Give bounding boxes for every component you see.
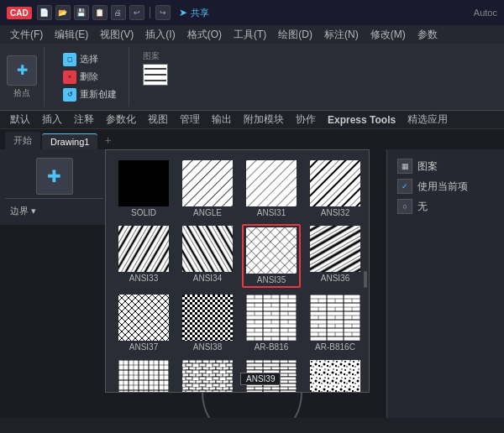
boundary-label: 边界 ▾: [10, 205, 36, 217]
tab-express-tools[interactable]: Express Tools: [323, 112, 401, 128]
svg-rect-15: [182, 226, 233, 272]
tab-manage[interactable]: 管理: [175, 111, 205, 128]
tab-new-btn[interactable]: +: [99, 131, 116, 149]
tab-start[interactable]: 开始: [5, 132, 40, 149]
tab-default[interactable]: 默认: [5, 111, 35, 128]
hatch-ansi31-preview: [246, 160, 297, 206]
share-label: 共享: [191, 7, 209, 19]
hatch-arb816[interactable]: AR-B816: [242, 293, 301, 353]
svg-rect-50: [246, 360, 297, 393]
hatch-arb88[interactable]: AR-B88: [114, 358, 173, 393]
pattern-section-label: 图案: [143, 50, 168, 62]
boundary-large-btn[interactable]: ✚: [36, 158, 73, 195]
recreate-btn[interactable]: ↺ 重新创建: [58, 86, 122, 103]
right-panel: ▦ 图案 ✓ 使用当前项 ○ 无: [386, 149, 504, 418]
tab-bar: 开始 Drawing1 +: [0, 129, 504, 149]
sep1: [150, 7, 150, 18]
svg-rect-19: [246, 227, 297, 274]
hatch-arb88-preview: [118, 360, 169, 393]
tab-drawing1[interactable]: Drawing1: [42, 133, 97, 149]
redo-icon[interactable]: ↪: [155, 5, 171, 20]
hatch-ansi38-preview: [182, 295, 233, 341]
hatch-ansi33[interactable]: ANSI33: [114, 224, 173, 288]
hatch-arb816-preview: [246, 295, 297, 341]
hatch-ansi37[interactable]: ANSI37: [114, 293, 173, 353]
menu-view[interactable]: 视图(V): [95, 26, 139, 44]
hatch-arb816c-label: AR-B816C: [315, 342, 355, 352]
tab-featured[interactable]: 精选应用: [402, 111, 453, 128]
pattern-preview[interactable]: [143, 64, 168, 86]
hatch-arbrelm-preview: [182, 360, 233, 393]
tab-output[interactable]: 输出: [207, 111, 237, 128]
boundary-btn[interactable]: 边界 ▾: [5, 202, 103, 220]
menu-edit[interactable]: 编辑(E): [50, 26, 93, 44]
hatch-ansi37-label: ANSI37: [129, 342, 158, 352]
menu-modify[interactable]: 修改(M): [365, 26, 411, 44]
use-current-icon: ✓: [397, 179, 412, 194]
hatch-angle-label: ANGLE: [193, 208, 222, 217]
hatch-ansi34-preview: [182, 226, 233, 272]
hatch-angle[interactable]: ANGLE: [178, 159, 237, 219]
title-bar: CAD 📄 📂 💾 📋 🖨 ↩ ↪ ➤ 共享 Autoc: [0, 0, 504, 25]
hatch-arbrelm[interactable]: AR-BRELM: [178, 358, 237, 393]
undo-icon[interactable]: ↩: [129, 5, 144, 20]
hatch-ansi35[interactable]: ANSI35: [242, 224, 301, 288]
menu-format[interactable]: 格式(O): [182, 26, 227, 44]
hatch-arbrstd[interactable]: AR-BRSTD: [242, 358, 301, 393]
use-current-label: 使用当前项: [417, 180, 468, 194]
select-btn[interactable]: ◻ 选择: [58, 51, 122, 68]
save2-icon[interactable]: 📋: [92, 5, 108, 20]
tab-insert[interactable]: 插入: [37, 111, 67, 128]
hatch-ansi34[interactable]: ANSI34: [178, 224, 237, 288]
share-section[interactable]: ➤ 共享: [179, 7, 209, 19]
svg-rect-44: [182, 360, 233, 393]
hatch-arconc-preview: [310, 360, 360, 393]
hatch-arconc[interactable]: AR-CONC: [306, 358, 365, 393]
hatch-arb816c[interactable]: AR-B816C: [306, 293, 365, 353]
tab-view[interactable]: 视图: [143, 111, 173, 128]
hatch-ansi35-label: ANSI35: [257, 275, 286, 284]
new-file-icon[interactable]: 📄: [37, 5, 52, 20]
open-icon[interactable]: 📂: [55, 5, 71, 20]
tab-addons[interactable]: 附加模块: [239, 111, 289, 128]
hatch-solid-label: SOLID: [131, 208, 156, 217]
svg-rect-40: [118, 360, 169, 393]
right-panel-none[interactable]: ○ 无: [394, 196, 497, 216]
hatch-ansi36-preview: [310, 226, 360, 272]
right-panel-title: 图案: [417, 159, 438, 174]
tab-annotate[interactable]: 注释: [69, 111, 99, 128]
hatch-ansi38[interactable]: ANSI38: [178, 293, 237, 353]
hatch-arbrstd-preview: [246, 360, 297, 393]
svg-rect-28: [182, 295, 233, 341]
hatch-ansi32[interactable]: ANSI32: [306, 159, 365, 219]
save-icon[interactable]: 💾: [74, 5, 89, 20]
menu-insert[interactable]: 插入(I): [140, 26, 180, 44]
svg-rect-25: [118, 295, 169, 341]
pick-point-btn[interactable]: ✚: [7, 55, 37, 86]
none-label: 无: [417, 200, 428, 214]
pick-point-label: 拾点: [13, 87, 30, 99]
right-panel-pattern[interactable]: ▦ 图案: [394, 156, 497, 176]
hatch-ansi31[interactable]: ANSI31: [242, 159, 301, 219]
print-icon[interactable]: 🖨: [111, 5, 126, 20]
menu-param[interactable]: 参数: [412, 26, 443, 44]
ribbon: ✚ 拾点 ◻ 选择 × 删除 ↺ 重新创建 图案: [0, 44, 504, 111]
hatch-ansi36[interactable]: ANSI36: [306, 224, 365, 288]
right-panel-use-current[interactable]: ✓ 使用当前项: [394, 176, 497, 196]
menu-draw[interactable]: 绘图(D): [273, 26, 318, 44]
menu-dim[interactable]: 标注(N): [319, 26, 364, 44]
left-sidebar: ✚ 边界 ▾: [0, 149, 109, 225]
tab-collaborate[interactable]: 协作: [291, 111, 321, 128]
hatch-ansi34-label: ANSI34: [193, 274, 222, 283]
scrollbar-indicator: [364, 271, 367, 288]
tab-parametric[interactable]: 参数化: [101, 111, 141, 128]
hatch-solid[interactable]: SOLID: [114, 159, 173, 219]
delete-btn[interactable]: × 删除: [58, 69, 122, 86]
hatch-panel: SOLID ANGLE ANSI31 ANSI: [105, 149, 370, 393]
app-title: Autoc: [474, 8, 497, 18]
select-icon: ◻: [63, 53, 76, 66]
svg-rect-36: [310, 295, 360, 341]
pattern-icon: ▦: [397, 159, 412, 174]
menu-file[interactable]: 文件(F): [5, 26, 48, 44]
menu-tools[interactable]: 工具(T): [228, 26, 271, 44]
